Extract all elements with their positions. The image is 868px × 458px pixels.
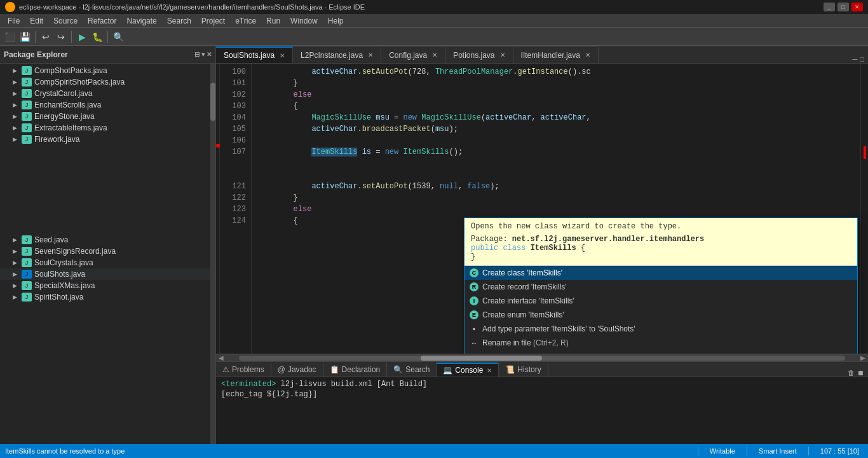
eclipse-icon [5, 2, 15, 12]
status-sep-2 [747, 447, 747, 455]
console-output: <terminated> l2j-lisvus build.xml [Ant B… [216, 377, 868, 444]
tab-close-icon[interactable]: ✕ [280, 52, 285, 59]
list-item[interactable]: ▶ J ExtractableItems.java [0, 122, 210, 134]
list-item[interactable]: ▶ J SevenSignsRecord.java [0, 246, 210, 257]
menu-edit[interactable]: Edit [25, 15, 48, 27]
menu-navigate[interactable]: Navigate [121, 15, 161, 27]
menu-help[interactable]: Help [323, 15, 349, 27]
menu-etrice[interactable]: eTrice [230, 15, 261, 27]
list-item[interactable]: ▶ J CrystalCarol.java [0, 88, 210, 99]
list-item[interactable]: ▶ J Firework.java [0, 134, 210, 145]
list-item[interactable]: ▶ J SoulShots.java [0, 268, 210, 280]
menu-source[interactable]: Source [48, 15, 83, 27]
bottom-panel-controls: 🗑 ⏹ [844, 369, 868, 377]
list-item[interactable]: ▶ J CompShotPacks.java [0, 65, 210, 76]
hscroll-left[interactable]: ◀ [216, 354, 226, 361]
list-item[interactable]: ▶ J SpecialXMas.java [0, 280, 210, 291]
menu-search[interactable]: Search [162, 15, 196, 27]
pe-menu-btn[interactable]: ▾ [201, 51, 205, 58]
file-name: SoulCrystals.java [34, 258, 93, 267]
ac-item-create-interface[interactable]: I Create interface 'ItemSkills' [465, 294, 857, 308]
tab-declaration[interactable]: 📋 Declaration [323, 363, 388, 377]
editor-content[interactable]: 100 101 102 103 104 105 106 107 121 122 … [216, 64, 868, 354]
ac-item-create-record[interactable]: R Create record 'ItemSkills' [465, 280, 857, 294]
minimap-gutter [860, 64, 868, 354]
close-button[interactable]: ✕ [851, 3, 863, 11]
list-item[interactable]: ▶ J Seed.java [0, 234, 210, 246]
editor-hscroll[interactable]: ◀ ▶ [216, 354, 868, 361]
stop-console-btn[interactable]: ⏹ [857, 369, 864, 377]
ac-item-add-type-param[interactable]: • Add type parameter 'ItemSkills' to 'So… [465, 322, 857, 336]
ac-item-label: Add type parameter 'ItemSkills' to 'Soul… [482, 324, 635, 333]
tab-console[interactable]: 💻 Console ✕ [437, 363, 499, 377]
minimize-editor-btn[interactable]: ─ [853, 55, 858, 63]
console-close-btn[interactable]: ✕ [487, 367, 492, 374]
tab-config[interactable]: Config.java ✕ [381, 46, 445, 63]
tab-history[interactable]: 📜 History [499, 363, 548, 377]
run-button[interactable]: ▶ [75, 30, 89, 44]
ac-add2-icon: • [470, 352, 478, 354]
tab-label: SoulShots.java [224, 51, 275, 60]
menu-file[interactable]: File [3, 15, 25, 27]
menu-window[interactable]: Window [285, 15, 323, 27]
autocomplete-tooltip: Opens the new class wizard to create the… [465, 218, 857, 266]
file-name: CrystalCarol.java [34, 89, 92, 98]
list-item[interactable]: ▶ J EnchantScrolls.java [0, 99, 210, 111]
ac-item-create-enum[interactable]: E Create enum 'ItemSkills' [465, 308, 857, 322]
maximize-editor-btn[interactable]: □ [860, 55, 864, 63]
restore-button[interactable]: □ [837, 3, 849, 11]
pe-collapse-btn[interactable]: ⊟ [194, 51, 200, 58]
pe-close-btn[interactable]: ✕ [207, 51, 212, 58]
java-file-icon: J [22, 112, 32, 121]
java-file-icon: J [22, 101, 32, 109]
tab-l2pcinstance[interactable]: L2PcInstance.java ✕ [293, 46, 381, 63]
tab-problems[interactable]: ⚠ Problems [216, 363, 271, 377]
expand-arrow: ▶ [13, 90, 20, 97]
status-position: 107 : 55 [10] [817, 447, 863, 455]
search-button[interactable]: 🔍 [111, 30, 125, 44]
tab-close-icon[interactable]: ✕ [432, 52, 437, 59]
tab-search[interactable]: 🔍 Search [387, 363, 437, 377]
list-item[interactable]: ▶ J EnergyStone.java [0, 111, 210, 122]
menu-project[interactable]: Project [196, 15, 230, 27]
redo-button[interactable]: ↪ [54, 30, 68, 44]
tooltip-close: } [471, 253, 851, 261]
minimize-button[interactable]: _ [824, 3, 835, 11]
new-button[interactable]: ⬛ [3, 30, 17, 44]
clear-console-btn[interactable]: 🗑 [848, 369, 855, 377]
tab-soulshots[interactable]: SoulShots.java ✕ [216, 46, 293, 63]
status-bar: ItemSkills cannot be resolved to a type … [0, 444, 868, 458]
status-writable[interactable]: Writable [706, 447, 739, 455]
ac-rename-icon: ↔ [470, 338, 478, 347]
java-file-icon: J [22, 135, 32, 144]
save-button[interactable]: 💾 [18, 30, 32, 44]
code-line-122: } [257, 192, 855, 204]
bottom-tabs: ⚠ Problems @ Javadoc 📋 Declaration 🔍 Sea… [216, 362, 868, 377]
tab-close-icon[interactable]: ✕ [500, 52, 505, 59]
debug-button[interactable]: 🐛 [90, 30, 104, 44]
menu-run[interactable]: Run [261, 15, 285, 27]
autocomplete-list[interactable]: C Create class 'ItemSkills' R Create rec… [465, 266, 857, 354]
ac-item-add-type-param2[interactable]: • Add type parameter 'ItemSkills' to 'us… [465, 350, 857, 354]
ac-item-create-class[interactable]: C Create class 'ItemSkills' [465, 266, 857, 280]
hscroll-track[interactable] [239, 356, 845, 361]
hscroll-right[interactable]: ▶ [858, 354, 868, 361]
tab-iitemhandler[interactable]: IItemHandler.java ✕ [513, 46, 599, 63]
ac-item-label: Create interface 'ItemSkills' [482, 296, 574, 305]
list-item[interactable]: ▶ J CompSpiritShotPacks.java [0, 76, 210, 88]
code-line-121: activeChar.setAutoPot(1539, null, false)… [257, 181, 855, 192]
ac-item-rename-in-file[interactable]: ↔ Rename in file (Ctrl+2, R) [465, 336, 857, 350]
menu-refactor[interactable]: Refactor [83, 15, 121, 27]
tab-close-icon[interactable]: ✕ [585, 52, 590, 59]
list-item[interactable]: ▶ J SoulCrystals.java [0, 257, 210, 268]
list-item[interactable]: ▶ J SpiritShot.java [0, 291, 210, 303]
tab-javadoc[interactable]: @ Javadoc [271, 363, 323, 377]
console-line-2: [echo_tag ${l2j.tag}] [221, 390, 863, 400]
java-file-icon: J [22, 293, 32, 302]
tab-close-icon[interactable]: ✕ [368, 52, 373, 59]
tab-potions[interactable]: Potions.java ✕ [445, 46, 513, 63]
pe-scrollbar[interactable] [210, 64, 215, 444]
status-insert-mode[interactable]: Smart Insert [755, 447, 801, 455]
toolbar-sep-2 [71, 31, 72, 43]
undo-button[interactable]: ↩ [39, 30, 53, 44]
